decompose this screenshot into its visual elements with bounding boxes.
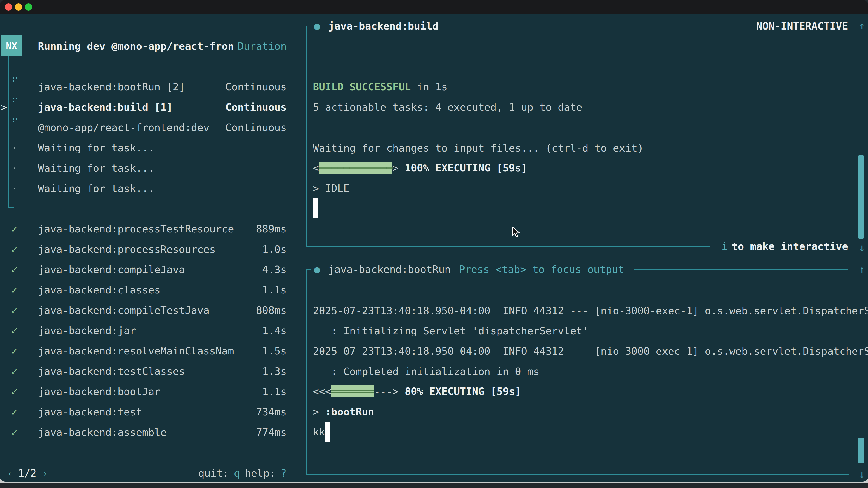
scrollbar-track[interactable] — [860, 279, 862, 438]
task-name: Waiting for task... — [38, 138, 154, 158]
keyboard-hints: quit: q help: ? — [198, 463, 287, 482]
check-icon: ✓ — [11, 402, 18, 422]
task-name: java-backend:assemble — [38, 422, 166, 443]
terminal-line: : Completed initialization in 0 ms — [313, 361, 539, 382]
terminal-line: <<<═══════---> 80% EXECUTING [59s] — [313, 381, 521, 402]
task-name: java-backend:bootJar — [38, 382, 160, 402]
task-name: java-backend:test — [38, 402, 142, 422]
spinner-icon: ⠋ — [11, 92, 19, 112]
task-name: java-backend:bootRun [2] — [38, 77, 185, 97]
zoom-button[interactable] — [25, 3, 32, 11]
task-name: java-backend:classes — [38, 280, 160, 300]
completed-task-row[interactable]: ✓ java-backend:testClasses 1.3s — [0, 361, 287, 382]
completed-task-row[interactable]: ✓ java-backend:bootJar 1.1s — [0, 382, 287, 402]
terminal-line: BUILD SUCCESSFUL in 1s — [313, 77, 447, 97]
check-icon: ✓ — [11, 422, 18, 443]
check-icon: ✓ — [11, 361, 18, 382]
running-bullet-icon: ● — [314, 20, 320, 32]
check-icon: ✓ — [11, 382, 18, 402]
minimize-button[interactable] — [15, 3, 22, 11]
top-panel-header[interactable]: ● java-backend:build NON-INTERACTIVE — [306, 16, 848, 36]
window-titlebar — [0, 0, 868, 14]
non-interactive-badge: NON-INTERACTIVE — [756, 20, 848, 32]
focus-output-hint: Press <tab> to focus output — [459, 263, 624, 275]
page-next-arrow-icon[interactable]: → — [40, 463, 46, 482]
task-row[interactable]: ⠋ java-backend:bootRun [2] Continuous — [0, 77, 287, 97]
task-duration: 889ms — [256, 219, 287, 239]
task-duration: 1.3s — [262, 361, 287, 382]
task-name: java-backend:build [1] — [38, 97, 173, 118]
completed-task-row[interactable]: ✓ java-backend:test 734ms — [0, 402, 287, 422]
top-panel-footer-rule — [306, 246, 710, 247]
spinner-icon: ⠋ — [11, 112, 19, 133]
task-row[interactable]: · Waiting for task... — [0, 158, 287, 178]
scroll-up-icon[interactable]: ↑ — [856, 16, 868, 36]
task-row[interactable]: · Waiting for task... — [0, 178, 287, 199]
scrollbar-track[interactable] — [860, 34, 862, 156]
task-name: @mono-app/react-frontend:dev — [38, 118, 210, 138]
check-icon: ✓ — [11, 300, 18, 321]
task-duration: 1.4s — [262, 321, 287, 341]
quit-hint-label: quit: — [198, 463, 229, 482]
pagination: ← 1/2 → — [8, 463, 46, 482]
terminal-line: > IDLE — [313, 178, 350, 199]
check-icon: ✓ — [11, 321, 18, 341]
interactive-hint-label: to make interactive — [732, 240, 848, 252]
task-status: Continuous — [225, 118, 287, 138]
top-panel-corner — [306, 26, 311, 26]
scrollbar-thumb[interactable] — [858, 156, 864, 238]
completed-task-row[interactable]: ✓ java-backend:classes 1.1s — [0, 280, 287, 300]
scroll-down-icon[interactable]: ↓ — [856, 237, 868, 258]
completed-task-row[interactable]: ✓ java-backend:jar 1.4s — [0, 321, 287, 341]
selected-caret-icon: > — [1, 97, 7, 118]
task-name: java-backend:compileJava — [38, 260, 185, 280]
task-name: java-backend:testClasses — [38, 361, 185, 382]
close-button[interactable] — [5, 3, 12, 11]
completed-task-row[interactable]: ✓ java-backend:processResources 1.0s — [0, 239, 287, 260]
task-row[interactable]: · Waiting for task... — [0, 138, 287, 158]
task-duration: 1.5s — [262, 341, 287, 361]
sidebar-header: Running dev @mono-app/react-fron Duratio… — [0, 36, 287, 57]
terminal-line: <════════════> 100% EXECUTING [59s] — [313, 158, 527, 178]
completed-task-row[interactable]: ✓ java-backend:resolveMainClassNam 1.5s — [0, 341, 287, 361]
help-hint-label: help: — [245, 463, 275, 482]
check-icon: ✓ — [11, 341, 18, 361]
bottom-panel-footer-rule — [306, 474, 849, 475]
terminal-line: 2025-07-23T13:40:18.950-04:00 INFO 44312… — [313, 301, 868, 321]
running-bullet-icon: ● — [314, 263, 320, 275]
dot-icon: · — [11, 158, 18, 178]
scroll-up-icon[interactable]: ↑ — [856, 259, 868, 280]
text-cursor — [313, 198, 318, 218]
bottom-panel-border — [306, 269, 307, 475]
completed-task-row[interactable]: ✓ java-backend:assemble 774ms — [0, 422, 287, 443]
task-name: java-backend:jar — [38, 321, 136, 341]
completed-task-row[interactable]: ✓ java-backend:compileTestJava 808ms — [0, 300, 287, 321]
page-indicator: 1/2 — [18, 463, 36, 482]
check-icon: ✓ — [11, 280, 18, 300]
task-name: java-backend:processTestResource — [38, 219, 234, 239]
bottom-panel-title: java-backend:bootRun — [328, 263, 451, 275]
check-icon: ✓ — [11, 260, 18, 280]
scrollbar-thumb[interactable] — [858, 438, 864, 463]
duration-column-header: Duration — [238, 36, 287, 57]
task-name: java-backend:resolveMainClassNam — [38, 341, 234, 361]
task-tree-corner — [8, 207, 14, 207]
completed-task-row[interactable]: ✓ java-backend:processTestResource 889ms — [0, 219, 287, 239]
terminal-line: > :bootRun — [313, 402, 374, 422]
task-row[interactable]: > ⠋ java-backend:build [1] Continuous — [0, 97, 287, 118]
task-duration: 734ms — [256, 402, 287, 422]
top-panel-border — [306, 26, 307, 247]
bottom-panel-header-rule — [634, 269, 848, 270]
scroll-down-icon[interactable]: ↓ — [856, 464, 868, 482]
task-name: java-backend:compileTestJava — [38, 300, 210, 321]
bottom-panel-header[interactable]: ● java-backend:bootRun Press <tab> to fo… — [306, 259, 848, 280]
interactive-key: i — [721, 240, 727, 252]
text-cursor — [325, 422, 330, 442]
mouse-pointer-icon — [511, 226, 521, 238]
top-panel-footer: i to make interactive — [306, 236, 848, 256]
top-panel-title: java-backend:build — [328, 20, 438, 32]
completed-task-row[interactable]: ✓ java-backend:compileJava 4.3s — [0, 260, 287, 280]
task-row[interactable]: ⠋ @mono-app/react-frontend:dev Continuou… — [0, 118, 287, 138]
run-command-title: Running dev @mono-app/react-fron — [38, 36, 234, 57]
page-prev-arrow-icon[interactable]: ← — [8, 463, 14, 482]
